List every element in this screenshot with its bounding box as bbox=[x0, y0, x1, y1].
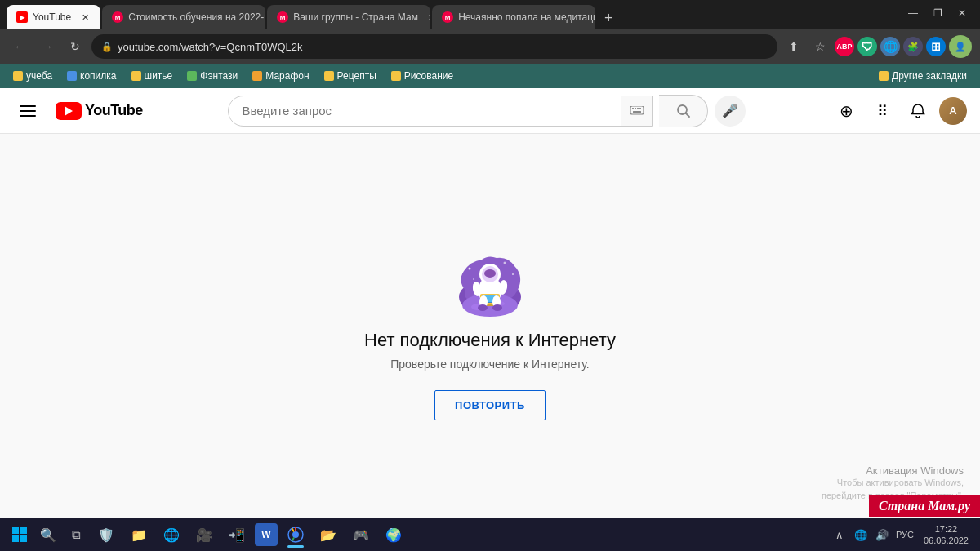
svg-rect-35 bbox=[12, 535, 19, 542]
bookmark-учеба[interactable]: учеба bbox=[7, 68, 59, 84]
more-bookmarks-icon bbox=[879, 71, 889, 81]
task-view-button[interactable]: ⧉ bbox=[64, 522, 88, 547]
chrome-icon bbox=[287, 526, 305, 544]
adblock-extension[interactable]: ABP bbox=[835, 37, 854, 56]
system-clock[interactable]: 17:22 06.06.2022 bbox=[919, 523, 973, 547]
youtube-logo-icon bbox=[56, 102, 82, 120]
svg-point-15 bbox=[469, 268, 471, 270]
tab-2[interactable]: M Стоимость обучения на 2022-2... ✕ bbox=[102, 5, 265, 29]
taskbar-chrome[interactable] bbox=[281, 520, 310, 549]
share-button[interactable]: ⬆ bbox=[782, 35, 805, 58]
svg-rect-8 bbox=[633, 111, 641, 113]
taskbar-zoom[interactable]: 🎥 bbox=[189, 520, 219, 549]
tab-title-4: Нечаянно попала на медитаци... bbox=[458, 11, 595, 23]
back-button[interactable]: ← bbox=[8, 35, 31, 58]
bookmark-марафон[interactable]: Марафон bbox=[246, 68, 315, 84]
url-bar[interactable]: 🔒 youtube.com/watch?v=QcnmT0WQL2k bbox=[91, 34, 777, 59]
search-box bbox=[228, 96, 653, 127]
bookmarks-bar: учеба копилка шитье Фэнтази Марафон Реце… bbox=[0, 64, 980, 88]
more-bookmarks-button[interactable]: Другие закладки bbox=[872, 68, 973, 84]
tab-bar: ▶ YouTube ✕ M Стоимость обучения на 2022… bbox=[0, 0, 980, 29]
system-tray: ∧ 🌐 🔊 РУС 17:22 06.06.2022 bbox=[831, 523, 973, 547]
bookmark-рецепты[interactable]: Рецепты bbox=[318, 68, 383, 84]
tray-network[interactable]: 🌐 bbox=[852, 526, 870, 544]
tab-3[interactable]: M Ваши группы - Страна Мам ✕ bbox=[267, 5, 430, 29]
taskbar-word[interactable]: W bbox=[255, 523, 278, 546]
minimize-button[interactable]: — bbox=[902, 2, 924, 24]
taskbar-files[interactable]: 📁 bbox=[124, 520, 154, 549]
bookmark-star-button[interactable]: ☆ bbox=[808, 35, 831, 58]
taskbar-earth[interactable]: 🌍 bbox=[379, 520, 408, 549]
search-input[interactable] bbox=[229, 96, 621, 126]
clock-date: 06.06.2022 bbox=[924, 535, 969, 546]
tab-4[interactable]: M Нечаянно попала на медитаци... ✕ bbox=[432, 5, 595, 29]
youtube-logo[interactable]: YouTube bbox=[56, 102, 143, 120]
tab-close-youtube[interactable]: ✕ bbox=[79, 11, 91, 23]
search-button[interactable] bbox=[659, 95, 708, 127]
bookmark-рисование[interactable]: Рисование bbox=[385, 68, 460, 84]
tab-favicon-2: M bbox=[112, 11, 123, 23]
bookmark-icon-учеба bbox=[13, 71, 23, 81]
keyboard-icon bbox=[630, 106, 644, 116]
tray-up-arrow[interactable]: ∧ bbox=[831, 526, 849, 544]
bookmark-label-учеба: учеба bbox=[26, 70, 52, 82]
tray-lang[interactable]: РУС bbox=[894, 530, 915, 540]
svg-point-17 bbox=[504, 262, 506, 264]
taskbar-viber[interactable]: 📲 bbox=[222, 520, 252, 549]
search-taskbar-button[interactable]: 🔍 bbox=[36, 522, 60, 547]
taskbar-defender[interactable]: 🛡️ bbox=[91, 520, 121, 549]
bookmark-icon-рецепты bbox=[324, 71, 334, 81]
menu-button[interactable] bbox=[13, 96, 42, 126]
extensions-button[interactable]: 🧩 bbox=[903, 37, 923, 56]
apps-button[interactable]: ⠿ bbox=[867, 96, 897, 126]
tab-favicon-yt: ▶ bbox=[16, 11, 28, 23]
taskbar-browser[interactable]: 🌐 bbox=[157, 520, 186, 549]
svg-point-16 bbox=[512, 273, 514, 275]
user-avatar[interactable]: А bbox=[939, 97, 967, 125]
taskbar: 🔍 ⧉ 🛡️ 📁 🌐 🎥 📲 W 📂 🎮 🌍 ∧ 🌐 🔊 РУС 17:22 0… bbox=[0, 518, 980, 551]
microphone-button[interactable]: 🎤 bbox=[715, 96, 746, 127]
tab-youtube[interactable]: ▶ YouTube ✕ bbox=[7, 5, 100, 29]
svg-point-31 bbox=[478, 304, 488, 311]
taskbar-folder2[interactable]: 📂 bbox=[314, 520, 343, 549]
bookmark-icon-рисование bbox=[391, 71, 401, 81]
bookmark-label-копилка: копилка bbox=[80, 70, 116, 82]
window-controls: — ❐ ✕ bbox=[902, 2, 973, 29]
bookmark-копилка[interactable]: копилка bbox=[60, 68, 122, 84]
tab-title-3: Ваши группы - Страна Мам bbox=[293, 11, 418, 23]
bookmark-label-рисование: Рисование bbox=[404, 70, 453, 82]
security-extension[interactable]: 🛡 bbox=[858, 37, 877, 56]
profile-button[interactable]: 👤 bbox=[949, 35, 972, 58]
main-content: Нет подключения к Интернету Проверьте по… bbox=[0, 134, 980, 518]
svg-rect-2 bbox=[20, 115, 36, 117]
close-button[interactable]: ✕ bbox=[951, 2, 973, 24]
bookmark-шитье[interactable]: шитье bbox=[125, 68, 180, 84]
watermark-text: Страна Мам.ру bbox=[879, 499, 970, 513]
start-button[interactable] bbox=[7, 522, 33, 548]
header-actions: ⊕ ⠿ А bbox=[831, 96, 967, 126]
windows-extension[interactable]: ⊞ bbox=[926, 37, 946, 56]
globe-extension[interactable]: 🌐 bbox=[880, 37, 900, 56]
windows-activation-title: Активация Windows bbox=[800, 464, 964, 477]
keyboard-button[interactable] bbox=[621, 96, 652, 127]
site-watermark: Страна Мам.ру bbox=[869, 495, 980, 517]
more-bookmarks-label: Другие закладки bbox=[892, 70, 967, 82]
maximize-button[interactable]: ❐ bbox=[926, 2, 949, 24]
bookmark-фэнтази[interactable]: Фэнтази bbox=[180, 68, 244, 84]
bookmark-label-фэнтази: Фэнтази bbox=[200, 70, 238, 82]
tray-volume[interactable]: 🔊 bbox=[873, 526, 891, 544]
svg-rect-34 bbox=[20, 527, 27, 534]
new-tab-button[interactable]: + bbox=[597, 7, 620, 29]
svg-line-40 bbox=[292, 537, 295, 540]
bookmark-label-рецепты: Рецепты bbox=[337, 70, 376, 82]
notifications-button[interactable] bbox=[903, 96, 933, 126]
search-area: 🎤 bbox=[156, 95, 818, 127]
tab-title-youtube: YouTube bbox=[33, 11, 71, 23]
forward-button[interactable]: → bbox=[36, 35, 59, 58]
create-button[interactable]: ⊕ bbox=[831, 96, 861, 126]
tab-close-3[interactable]: ✕ bbox=[426, 11, 430, 23]
retry-button[interactable]: ПОВТОРИТЬ bbox=[434, 390, 546, 420]
svg-rect-7 bbox=[639, 108, 641, 109]
reload-button[interactable]: ↻ bbox=[64, 35, 87, 58]
taskbar-game[interactable]: 🎮 bbox=[346, 520, 376, 549]
